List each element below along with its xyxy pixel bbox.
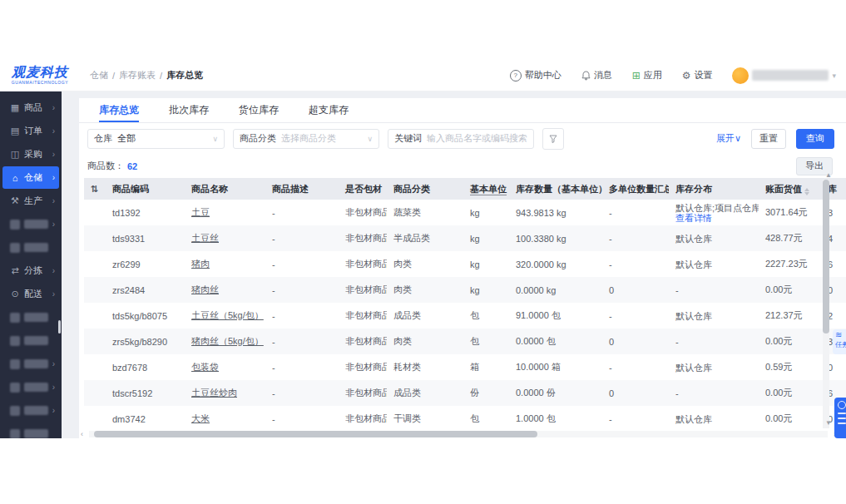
tab-batch-inventory[interactable]: 批次库存 xyxy=(169,98,209,122)
sidebar-item-redacted[interactable]: › xyxy=(2,422,59,438)
sidebar-item-redacted[interactable]: › xyxy=(2,213,59,235)
cell-desc: - xyxy=(265,388,339,398)
tab-slot-inventory[interactable]: 货位库存 xyxy=(239,98,279,122)
keyword-input-label: 关键词 xyxy=(394,132,422,145)
apps-label: 应用 xyxy=(644,69,662,82)
cell-distribution: 默认仓库 xyxy=(669,234,759,244)
product-name-link[interactable]: 土豆丝 xyxy=(191,233,219,243)
settings-button[interactable]: ⚙ 设置 xyxy=(682,69,713,82)
category-select-label: 商品分类 xyxy=(240,132,276,145)
chevron-down-icon: ∨ xyxy=(212,135,218,143)
cell-category: 耗材类 xyxy=(387,361,463,373)
sidebar-item-redacted[interactable]: › xyxy=(2,329,59,352)
table-row[interactable]: zr6299 猪肉 - 非包材商品 肉类 kg 320.0000 kg - 默认… xyxy=(84,251,846,277)
product-name-link[interactable]: 猪肉丝 xyxy=(191,284,219,294)
product-name-link[interactable]: 大米 xyxy=(191,413,210,423)
user-menu[interactable]: ▾ xyxy=(732,67,836,84)
cell-stock: 100.3380 kg xyxy=(509,234,602,244)
vertical-scrollbar[interactable] xyxy=(823,180,829,428)
sidebar-item-4[interactable]: ⚒ 生产 › xyxy=(2,190,59,212)
sidebar-item-0[interactable]: ▦ 商品 › xyxy=(2,96,59,119)
sidebar-item-redacted[interactable]: › xyxy=(2,306,59,329)
chevron-down-icon: ▾ xyxy=(832,72,836,80)
sidebar-item-label-redacted xyxy=(24,243,48,252)
view-details-link[interactable]: 查看详情 xyxy=(675,213,759,223)
help-center-label: 帮助中心 xyxy=(525,69,562,82)
tasks-floating-button[interactable]: ≋ 任务 xyxy=(833,329,846,354)
sidebar-item-label: 配送 xyxy=(24,288,42,300)
horizontal-scrollbar[interactable] xyxy=(89,431,828,437)
brand-logo[interactable]: 观麦科技 GUANMAITECHNOLOGY xyxy=(0,66,80,85)
user-name-redacted xyxy=(752,70,829,81)
sidebar-item-label: 生产 xyxy=(24,195,42,207)
table-row[interactable]: tds5kg/b8075 土豆丝（5kg/包） - 非包材商品 成品类 包 91… xyxy=(84,303,846,329)
cell-multi-unit: 0 xyxy=(602,337,669,347)
scroll-up-arrow[interactable]: ▲ xyxy=(825,171,832,179)
sort-icons[interactable] xyxy=(804,188,809,195)
col-header-book-value[interactable]: 账面货值 xyxy=(759,183,821,195)
horizontal-scrollbar-thumb[interactable] xyxy=(94,431,537,437)
sidebar-scrollbar-thumb[interactable] xyxy=(58,320,61,334)
category-select[interactable]: 商品分类 选择商品分类 ∨ xyxy=(233,129,379,149)
cell-code: zrs5kg/b8290 xyxy=(106,337,185,347)
breadcrumb-item[interactable]: 库存账表 xyxy=(119,69,156,82)
cell-book-value: 0.00元 xyxy=(759,284,821,296)
table-row[interactable]: td1392 土豆 - 非包材商品 蔬菜类 kg 943.9813 kg - 默… xyxy=(84,200,846,225)
column-settings-icon[interactable]: ⇅ xyxy=(91,184,98,194)
warehouse-select[interactable]: 仓库 全部 ∨ xyxy=(87,129,225,149)
scroll-left-arrow[interactable]: ‹ xyxy=(81,430,83,438)
sidebar-item-8[interactable]: ⊙ 配送 › xyxy=(2,283,59,305)
help-center-button[interactable]: ? 帮助中心 xyxy=(510,69,562,82)
sidebar-item-3[interactable]: ⌂ 仓储 › xyxy=(2,166,59,189)
cell-unit: 箱 xyxy=(463,361,509,373)
sidebar-item-redacted[interactable]: › xyxy=(2,376,59,398)
product-name-link[interactable]: 猪肉 xyxy=(191,259,210,269)
reset-button[interactable]: 重置 xyxy=(751,129,786,149)
table-row[interactable]: zrs5kg/b8290 猪肉丝（5kg/包） - 非包材商品 肉类 包 0.0… xyxy=(84,329,846,354)
sidebar-item-redacted[interactable]: › xyxy=(2,399,59,422)
warehouse-icon: ⌂ xyxy=(10,173,20,183)
table-row[interactable]: bzd7678 包装袋 - 非包材商品 耗材类 箱 10.0000 箱 - 默认… xyxy=(84,354,846,380)
expand-filters-link[interactable]: 展开∨ xyxy=(716,132,741,145)
scroll-down-arrow[interactable]: ▼ xyxy=(825,419,832,427)
cell-book-value: 0.00元 xyxy=(759,387,821,399)
vertical-scrollbar-thumb[interactable] xyxy=(823,180,829,334)
cell-category: 干调类 xyxy=(387,413,463,425)
table-row[interactable]: zrs2484 猪肉丝 - 非包材商品 肉类 kg 0.0000 kg 0 - … xyxy=(84,277,846,303)
tab-overdraft-inventory[interactable]: 超支库存 xyxy=(309,98,349,122)
table-row[interactable]: tdscr5192 土豆丝炒肉 - 非包材商品 成品类 份 0.0000 份 0… xyxy=(84,380,846,406)
sidebar-item-label: 商品 xyxy=(24,101,42,114)
sidebar-item-redacted[interactable]: › xyxy=(2,236,59,259)
tab-inventory-overview[interactable]: 库存总览 xyxy=(99,98,139,122)
messages-button[interactable]: 消息 xyxy=(581,69,612,82)
sidebar-item-7[interactable]: ⇄ 分拣 › xyxy=(2,259,59,282)
cell-packing: 非包材商品 xyxy=(339,284,387,296)
production-icon: ⚒ xyxy=(10,195,20,206)
funnel-icon xyxy=(549,135,557,143)
col-header-stock[interactable]: 库存数量（基本单位） xyxy=(509,183,602,195)
table-row[interactable]: tds9331 土豆丝 - 非包材商品 半成品类 kg 100.3380 kg … xyxy=(84,225,846,251)
product-name-link[interactable]: 猪肉丝（5kg/包） xyxy=(191,336,264,346)
sidebar-item-icon-redacted xyxy=(10,243,20,253)
gear-icon: ⚙ xyxy=(682,70,691,82)
cell-name: 猪肉 xyxy=(185,258,265,270)
product-name-link[interactable]: 土豆丝炒肉 xyxy=(191,388,237,398)
chevron-right-icon: › xyxy=(52,383,55,392)
table-row[interactable]: dm3742 大米 - 非包材商品 干调类 包 1.0000 包 - 默认仓库 … xyxy=(84,406,846,431)
product-name-link[interactable]: 土豆 xyxy=(191,207,210,217)
service-floating-button[interactable] xyxy=(834,398,846,438)
delivery-icon: ⊙ xyxy=(10,289,20,299)
cell-packing: 非包材商品 xyxy=(339,232,387,245)
sidebar-item-2[interactable]: ◫ 采购 › xyxy=(2,143,59,166)
sidebar-item-1[interactable]: ▤ 订单 › xyxy=(2,120,59,142)
product-name-link[interactable]: 土豆丝（5kg/包） xyxy=(191,310,264,320)
apps-button[interactable]: ⊞ 应用 xyxy=(632,69,662,82)
screenshot-canvas: 观麦科技 GUANMAITECHNOLOGY 仓储 / 库存账表 / 库存总览 … xyxy=(0,0,846,504)
keyword-search-input[interactable]: 关键词 输入商品名字或编码搜索 xyxy=(388,129,534,149)
brand-subtitle: GUANMAITECHNOLOGY xyxy=(0,81,80,85)
advanced-filter-button[interactable] xyxy=(542,128,564,150)
breadcrumb-item[interactable]: 仓储 xyxy=(90,69,108,82)
product-name-link[interactable]: 包装袋 xyxy=(191,362,219,372)
sidebar-item-redacted[interactable]: › xyxy=(2,353,59,375)
query-button[interactable]: 查询 xyxy=(796,129,834,149)
